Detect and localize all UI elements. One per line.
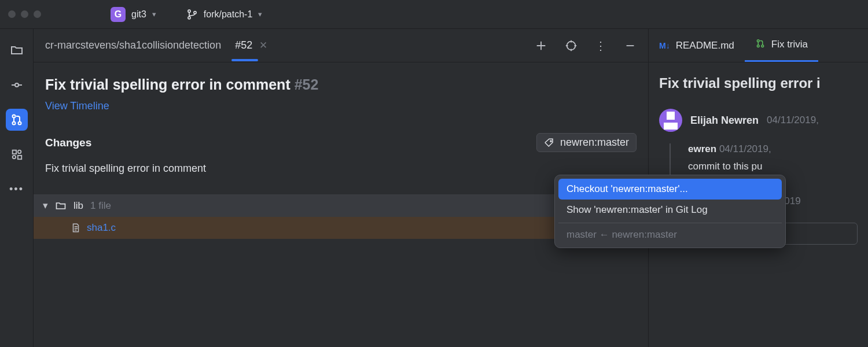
svg-point-15 <box>762 45 764 47</box>
sidebar-folder[interactable] <box>6 39 28 61</box>
author-partial: ewren <box>688 143 716 154</box>
svg-point-5 <box>12 122 15 125</box>
structure-icon <box>10 148 23 161</box>
project-name: git3 <box>131 9 146 20</box>
branch-icon <box>186 9 198 20</box>
file-icon <box>71 223 81 233</box>
author-name: Elijah Newren <box>690 115 759 127</box>
tab-bar: cr-marcstevens/sha1collisiondetection #5… <box>34 29 648 62</box>
avatar <box>659 109 682 132</box>
svg-point-1 <box>188 16 190 19</box>
minimize-dot[interactable] <box>21 10 28 18</box>
menu-checkout[interactable]: Checkout 'newren:master'... <box>558 179 782 200</box>
svg-point-6 <box>18 122 21 125</box>
timeline-row: ewren 04/11/2019, <box>688 143 858 155</box>
ellipsis-icon: ••• <box>9 183 24 195</box>
tag-icon <box>544 138 554 148</box>
svg-rect-10 <box>17 156 21 159</box>
branch-badge[interactable]: newren:master <box>536 133 637 152</box>
folder-icon <box>55 200 67 212</box>
svg-point-2 <box>194 11 196 13</box>
file-name: sha1.c <box>87 222 116 234</box>
folder-name: lib <box>73 200 83 212</box>
project-icon: G <box>111 7 126 22</box>
tab-pr[interactable]: #52 ✕ <box>235 39 267 51</box>
markdown-icon: M↓ <box>659 41 670 50</box>
branch-badge-label: newren:master <box>560 136 629 149</box>
chevron-down-icon: ▾ <box>43 200 48 212</box>
row-date: 04/11/2019, <box>719 143 771 154</box>
timeline-row: commit to this pu <box>688 161 858 172</box>
sidebar-structure[interactable] <box>6 143 28 165</box>
svg-point-3 <box>15 83 19 87</box>
sidebar-commits[interactable] <box>6 74 28 96</box>
minimize-icon[interactable] <box>624 39 637 52</box>
menu-footer: master ← newren:master <box>558 223 782 244</box>
branch-selector[interactable]: fork/patch-1 ▾ <box>179 6 269 23</box>
tab-repo[interactable]: cr-marcstevens/sha1collisiondetection <box>45 39 221 51</box>
close-dot[interactable] <box>8 10 16 18</box>
svg-point-14 <box>757 45 759 47</box>
plus-icon[interactable] <box>535 39 547 52</box>
target-icon[interactable] <box>565 39 578 52</box>
left-sidebar: ••• <box>0 29 34 347</box>
branch-context-menu: Checkout 'newren:master'... Show 'newren… <box>554 175 786 248</box>
pull-request-icon <box>10 113 24 127</box>
changes-header: Changes <box>45 136 91 149</box>
pull-request-icon <box>755 38 766 51</box>
chevron-down-icon: ▾ <box>258 10 262 19</box>
sidebar-pull-requests[interactable] <box>6 109 28 131</box>
svg-rect-8 <box>17 150 21 154</box>
commit-message: Fix trivial spelling error in comment <box>45 163 637 175</box>
titlebar: G git3 ▾ fork/patch-1 ▾ <box>0 0 868 29</box>
view-timeline-link[interactable]: View Timeline <box>45 100 637 112</box>
pr-number: #52 <box>295 76 319 93</box>
chevron-down-icon: ▾ <box>152 10 156 19</box>
svg-rect-9 <box>12 156 16 159</box>
commit-icon <box>10 78 24 92</box>
tab-pr-detail[interactable]: Fix trivia <box>745 29 818 62</box>
window-controls[interactable] <box>8 10 41 18</box>
zoom-dot[interactable] <box>34 10 41 18</box>
right-tab-bar: M↓ README.md Fix trivia <box>649 29 868 62</box>
menu-show-git-log[interactable]: Show 'newren:master' in Git Log <box>558 200 782 220</box>
sidebar-more[interactable]: ••• <box>6 178 28 200</box>
tab-readme[interactable]: M↓ README.md <box>649 29 745 62</box>
svg-point-4 <box>12 115 15 118</box>
svg-point-0 <box>188 10 190 12</box>
svg-rect-7 <box>12 150 16 154</box>
folder-icon <box>10 43 24 57</box>
close-icon[interactable]: ✕ <box>259 39 267 51</box>
author-date: 04/11/2019, <box>767 115 819 126</box>
pr-detail-title: Fix trivial spelling error i <box>659 75 858 91</box>
tab-readme-label: README.md <box>676 40 734 51</box>
kebab-icon[interactable]: ⋮ <box>595 39 606 53</box>
tab-pr-detail-label: Fix trivia <box>771 39 808 50</box>
main-panel: cr-marcstevens/sha1collisiondetection #5… <box>34 29 648 347</box>
svg-point-11 <box>567 41 576 50</box>
pr-title: Fix trivial spelling error in comment #5… <box>45 76 637 93</box>
project-selector[interactable]: G git3 ▾ <box>105 5 162 24</box>
svg-point-12 <box>550 140 551 141</box>
pr-title-text: Fix trivial spelling error in comment <box>45 76 290 93</box>
file-count: 1 file <box>90 200 111 212</box>
tab-pr-label: #52 <box>235 39 252 51</box>
svg-point-13 <box>757 39 759 42</box>
branch-name: fork/patch-1 <box>204 9 252 20</box>
author-row: Elijah Newren 04/11/2019, <box>659 109 858 132</box>
